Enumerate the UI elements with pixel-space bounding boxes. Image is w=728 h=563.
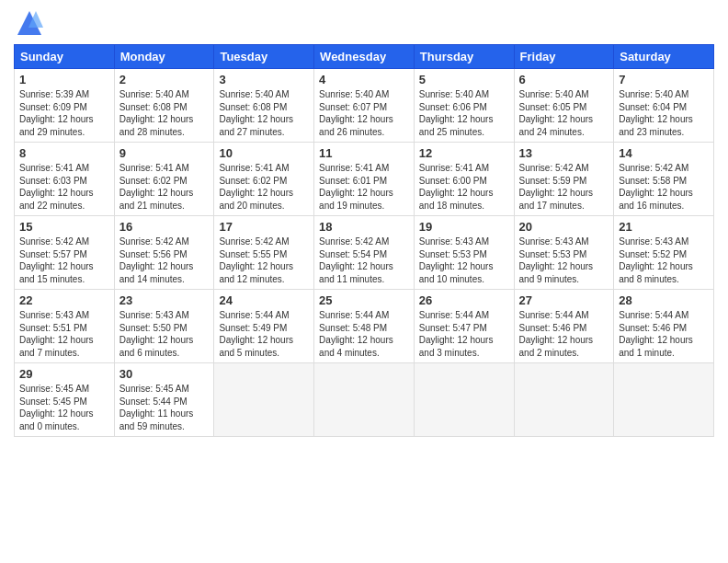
day-info: Sunrise: 5:41 AM Sunset: 6:03 PM Dayligh… (19, 162, 109, 212)
calendar-day (514, 363, 614, 437)
day-info: Sunrise: 5:41 AM Sunset: 6:00 PM Dayligh… (419, 162, 509, 212)
calendar-table: SundayMondayTuesdayWednesdayThursdayFrid… (14, 44, 714, 437)
day-number: 10 (219, 146, 309, 160)
calendar-day: 15Sunrise: 5:42 AM Sunset: 5:57 PM Dayli… (15, 216, 115, 290)
calendar-day: 9Sunrise: 5:41 AM Sunset: 6:02 PM Daylig… (114, 143, 214, 216)
day-number: 19 (419, 220, 509, 234)
day-info: Sunrise: 5:44 AM Sunset: 5:47 PM Dayligh… (419, 309, 509, 359)
calendar-day: 19Sunrise: 5:43 AM Sunset: 5:53 PM Dayli… (414, 216, 514, 290)
day-info: Sunrise: 5:39 AM Sunset: 6:09 PM Dayligh… (19, 88, 109, 138)
day-number: 16 (119, 220, 210, 234)
day-number: 6 (519, 73, 609, 86)
calendar-body: 1Sunrise: 5:39 AM Sunset: 6:09 PM Daylig… (15, 69, 714, 437)
weekday-header-cell: Sunday (15, 45, 115, 69)
day-info: Sunrise: 5:45 AM Sunset: 5:44 PM Dayligh… (119, 383, 210, 432)
calendar-day: 26Sunrise: 5:44 AM Sunset: 5:47 PM Dayli… (414, 290, 514, 363)
day-number: 3 (219, 73, 309, 86)
day-info: Sunrise: 5:44 AM Sunset: 5:46 PM Dayligh… (619, 309, 709, 359)
day-number: 13 (519, 146, 609, 160)
weekday-header-cell: Thursday (414, 45, 514, 69)
calendar-day (214, 363, 314, 437)
calendar-day: 11Sunrise: 5:41 AM Sunset: 6:01 PM Dayli… (314, 143, 415, 216)
day-number: 25 (319, 293, 409, 307)
calendar-day: 20Sunrise: 5:43 AM Sunset: 5:53 PM Dayli… (514, 216, 614, 290)
day-number: 8 (19, 146, 109, 160)
day-number: 11 (319, 146, 409, 160)
calendar-day: 22Sunrise: 5:43 AM Sunset: 5:51 PM Dayli… (15, 290, 115, 363)
calendar-day: 23Sunrise: 5:43 AM Sunset: 5:50 PM Dayli… (114, 290, 214, 363)
calendar-day: 6Sunrise: 5:40 AM Sunset: 6:05 PM Daylig… (514, 69, 614, 143)
day-number: 26 (419, 293, 509, 307)
page-container: SundayMondayTuesdayWednesdayThursdayFrid… (0, 0, 728, 446)
calendar-day: 17Sunrise: 5:42 AM Sunset: 5:55 PM Dayli… (214, 216, 314, 290)
day-info: Sunrise: 5:41 AM Sunset: 6:02 PM Dayligh… (219, 162, 309, 212)
day-number: 18 (319, 220, 409, 234)
day-number: 17 (219, 220, 309, 234)
calendar-day: 29Sunrise: 5:45 AM Sunset: 5:45 PM Dayli… (15, 363, 115, 437)
day-number: 27 (519, 293, 609, 307)
logo-icon (16, 9, 43, 37)
day-info: Sunrise: 5:44 AM Sunset: 5:46 PM Dayligh… (519, 309, 609, 359)
calendar-day: 27Sunrise: 5:44 AM Sunset: 5:46 PM Dayli… (514, 290, 614, 363)
calendar-day (314, 363, 415, 437)
day-info: Sunrise: 5:40 AM Sunset: 6:06 PM Dayligh… (419, 88, 509, 138)
calendar-day: 28Sunrise: 5:44 AM Sunset: 5:46 PM Dayli… (614, 290, 714, 363)
calendar-day: 14Sunrise: 5:42 AM Sunset: 5:58 PM Dayli… (614, 143, 714, 216)
day-info: Sunrise: 5:42 AM Sunset: 5:54 PM Dayligh… (319, 236, 409, 285)
day-info: Sunrise: 5:42 AM Sunset: 5:56 PM Dayligh… (119, 236, 210, 285)
day-number: 1 (19, 73, 109, 86)
calendar-day: 18Sunrise: 5:42 AM Sunset: 5:54 PM Dayli… (314, 216, 415, 290)
day-number: 12 (419, 146, 509, 160)
weekday-header-cell: Wednesday (314, 45, 415, 69)
day-info: Sunrise: 5:44 AM Sunset: 5:49 PM Dayligh… (219, 309, 309, 359)
weekday-header-cell: Monday (114, 45, 214, 69)
day-number: 22 (19, 293, 109, 307)
calendar-day: 21Sunrise: 5:43 AM Sunset: 5:52 PM Dayli… (614, 216, 714, 290)
day-info: Sunrise: 5:43 AM Sunset: 5:53 PM Dayligh… (419, 236, 509, 285)
day-number: 7 (619, 73, 709, 86)
day-info: Sunrise: 5:40 AM Sunset: 6:08 PM Dayligh… (219, 88, 309, 138)
logo (14, 9, 43, 37)
calendar-day: 2Sunrise: 5:40 AM Sunset: 6:08 PM Daylig… (114, 69, 214, 143)
calendar-day: 1Sunrise: 5:39 AM Sunset: 6:09 PM Daylig… (15, 69, 115, 143)
day-info: Sunrise: 5:43 AM Sunset: 5:53 PM Dayligh… (519, 236, 609, 285)
day-number: 23 (119, 293, 210, 307)
calendar-week-row: 15Sunrise: 5:42 AM Sunset: 5:57 PM Dayli… (15, 216, 714, 290)
calendar-week-row: 8Sunrise: 5:41 AM Sunset: 6:03 PM Daylig… (15, 143, 714, 216)
day-number: 30 (119, 367, 210, 381)
calendar-week-row: 22Sunrise: 5:43 AM Sunset: 5:51 PM Dayli… (15, 290, 714, 363)
day-number: 4 (319, 73, 409, 86)
calendar-week-row: 1Sunrise: 5:39 AM Sunset: 6:09 PM Daylig… (15, 69, 714, 143)
day-number: 29 (19, 367, 109, 381)
day-info: Sunrise: 5:40 AM Sunset: 6:08 PM Dayligh… (119, 88, 210, 138)
day-number: 28 (619, 293, 709, 307)
day-number: 2 (119, 73, 210, 86)
weekday-header-row: SundayMondayTuesdayWednesdayThursdayFrid… (15, 45, 714, 69)
day-info: Sunrise: 5:43 AM Sunset: 5:50 PM Dayligh… (119, 309, 210, 359)
calendar-day (414, 363, 514, 437)
calendar-day: 8Sunrise: 5:41 AM Sunset: 6:03 PM Daylig… (15, 143, 115, 216)
calendar-day: 12Sunrise: 5:41 AM Sunset: 6:00 PM Dayli… (414, 143, 514, 216)
calendar-day: 3Sunrise: 5:40 AM Sunset: 6:08 PM Daylig… (214, 69, 314, 143)
calendar-day (614, 363, 714, 437)
day-number: 14 (619, 146, 709, 160)
day-info: Sunrise: 5:42 AM Sunset: 5:58 PM Dayligh… (619, 162, 709, 212)
day-info: Sunrise: 5:45 AM Sunset: 5:45 PM Dayligh… (19, 383, 109, 432)
day-number: 21 (619, 220, 709, 234)
day-number: 9 (119, 146, 210, 160)
calendar-day: 25Sunrise: 5:44 AM Sunset: 5:48 PM Dayli… (314, 290, 415, 363)
weekday-header-cell: Tuesday (214, 45, 314, 69)
calendar-day: 10Sunrise: 5:41 AM Sunset: 6:02 PM Dayli… (214, 143, 314, 216)
day-info: Sunrise: 5:42 AM Sunset: 5:57 PM Dayligh… (19, 236, 109, 285)
day-number: 5 (419, 73, 509, 86)
day-number: 20 (519, 220, 609, 234)
day-info: Sunrise: 5:40 AM Sunset: 6:07 PM Dayligh… (319, 88, 409, 138)
weekday-header-cell: Friday (514, 45, 614, 69)
calendar-day: 13Sunrise: 5:42 AM Sunset: 5:59 PM Dayli… (514, 143, 614, 216)
calendar-day: 7Sunrise: 5:40 AM Sunset: 6:04 PM Daylig… (614, 69, 714, 143)
calendar-day: 5Sunrise: 5:40 AM Sunset: 6:06 PM Daylig… (414, 69, 514, 143)
calendar-week-row: 29Sunrise: 5:45 AM Sunset: 5:45 PM Dayli… (15, 363, 714, 437)
day-info: Sunrise: 5:42 AM Sunset: 5:55 PM Dayligh… (219, 236, 309, 285)
calendar-day: 4Sunrise: 5:40 AM Sunset: 6:07 PM Daylig… (314, 69, 415, 143)
day-info: Sunrise: 5:42 AM Sunset: 5:59 PM Dayligh… (519, 162, 609, 212)
